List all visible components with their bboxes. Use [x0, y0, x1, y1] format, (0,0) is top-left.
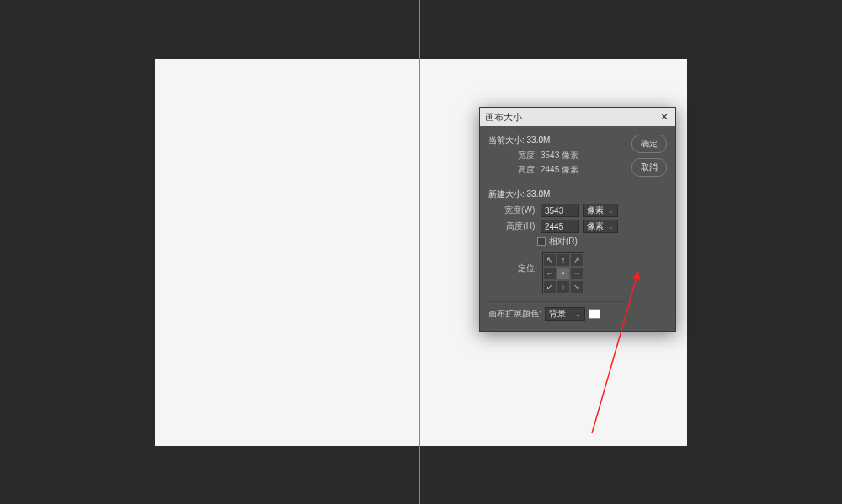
chevron-down-icon: ⌄ [608, 207, 614, 215]
cancel-button[interactable]: 取消 [632, 158, 667, 177]
divider [488, 301, 625, 302]
extension-color-swatch[interactable] [589, 309, 600, 319]
anchor-ne[interactable]: ↗ [570, 253, 584, 267]
anchor-e[interactable]: → [570, 267, 584, 280]
new-size-header: 新建大小: 33.0M [488, 188, 625, 200]
dialog-main-column: 当前大小: 33.0M 宽度: 3543 像素 高度: 2445 像素 新建大小… [488, 135, 625, 321]
anchor-s[interactable]: ↓ [557, 280, 570, 294]
dialog-body: 当前大小: 33.0M 宽度: 3543 像素 高度: 2445 像素 新建大小… [480, 126, 675, 331]
canvas-size-dialog: 画布大小 ✕ 当前大小: 33.0M 宽度: 3543 像素 高度: 2445 … [479, 107, 676, 332]
extension-color-select[interactable]: 背景 ⌄ [545, 307, 585, 321]
anchor-se[interactable]: ↘ [570, 280, 584, 294]
anchor-label: 定位: [488, 252, 537, 274]
close-icon[interactable]: ✕ [658, 111, 670, 123]
height-unit-select[interactable]: 像素 ⌄ [583, 220, 618, 233]
vertical-guide[interactable] [419, 0, 420, 504]
new-size-section: 新建大小: 33.0M 宽度(W): 像素 ⌄ 高度(H): 像素 ⌄ [488, 188, 625, 294]
current-width-value: 3543 像素 [541, 150, 578, 162]
anchor-grid: ↖ ↑ ↗ ← • → ↙ ↓ ↘ [542, 252, 584, 294]
height-input[interactable] [541, 220, 579, 233]
chevron-down-icon: ⌄ [608, 223, 614, 231]
dialog-titlebar[interactable]: 画布大小 ✕ [480, 108, 675, 126]
anchor-center[interactable]: • [557, 267, 570, 280]
dialog-button-column: 确定 取消 [632, 135, 667, 321]
ok-button[interactable]: 确定 [632, 135, 667, 153]
anchor-w[interactable]: ← [543, 267, 557, 280]
height-unit-value: 像素 [587, 220, 604, 232]
new-height-label: 高度(H): [488, 220, 537, 232]
current-width-label: 宽度: [488, 150, 537, 162]
width-unit-select[interactable]: 像素 ⌄ [583, 204, 618, 217]
current-height-value: 2445 像素 [541, 164, 578, 176]
width-unit-value: 像素 [587, 204, 604, 216]
relative-label: 相对(R) [549, 236, 578, 247]
anchor-nw[interactable]: ↖ [543, 253, 557, 267]
current-height-label: 高度: [488, 164, 537, 176]
extension-color-row: 画布扩展颜色: 背景 ⌄ [488, 307, 625, 321]
current-size-section: 当前大小: 33.0M 宽度: 3543 像素 高度: 2445 像素 [488, 135, 625, 176]
relative-checkbox[interactable] [537, 237, 546, 246]
extension-color-label: 画布扩展颜色: [488, 308, 541, 320]
dialog-title: 画布大小 [485, 111, 522, 124]
new-width-label: 宽度(W): [488, 204, 537, 216]
chevron-down-icon: ⌄ [575, 310, 581, 318]
divider [488, 183, 625, 183]
extension-color-value: 背景 [549, 308, 566, 320]
current-size-header: 当前大小: 33.0M [488, 135, 625, 146]
width-input[interactable] [541, 204, 579, 217]
anchor-sw[interactable]: ↙ [543, 280, 557, 294]
anchor-n[interactable]: ↑ [557, 253, 570, 267]
